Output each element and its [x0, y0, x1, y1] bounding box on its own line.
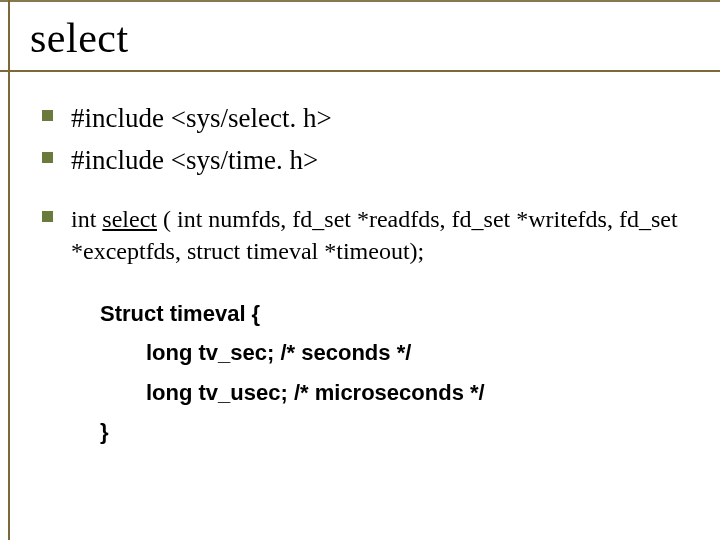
top-rule — [0, 0, 720, 2]
bullet-square-icon — [42, 110, 53, 121]
code-line: long tv_usec; /* microseconds */ — [100, 373, 696, 413]
left-border-rule — [8, 0, 10, 540]
code-line: Struct timeval { — [100, 294, 696, 334]
func-name: select — [102, 206, 157, 232]
bullet-text: #include <sys/select. h> — [71, 100, 332, 136]
bullet-square-icon — [42, 152, 53, 163]
code-block: Struct timeval { long tv_sec; /* seconds… — [100, 294, 696, 452]
code-line: } — [100, 412, 696, 452]
bullet-text: int select ( int numfds, fd_set *readfds… — [71, 203, 696, 268]
slide-title: select — [30, 14, 696, 62]
bullet-square-icon — [42, 211, 53, 222]
bullet-item: int select ( int numfds, fd_set *readfds… — [42, 203, 696, 268]
bullet-list-main: #include <sys/select. h> #include <sys/t… — [30, 100, 696, 179]
func-signature: ( int numfds, fd_set *readfds, fd_set *w… — [71, 206, 678, 264]
code-line: long tv_sec; /* seconds */ — [100, 333, 696, 373]
func-return-type: int — [71, 206, 102, 232]
bullet-item: #include <sys/select. h> — [42, 100, 696, 136]
bullet-item: #include <sys/time. h> — [42, 142, 696, 178]
slide: select #include <sys/select. h> #include… — [0, 0, 720, 540]
title-underline-rule — [0, 70, 720, 72]
bullet-list-secondary: int select ( int numfds, fd_set *readfds… — [30, 203, 696, 268]
title-wrap: select — [30, 14, 696, 62]
bullet-text: #include <sys/time. h> — [71, 142, 318, 178]
